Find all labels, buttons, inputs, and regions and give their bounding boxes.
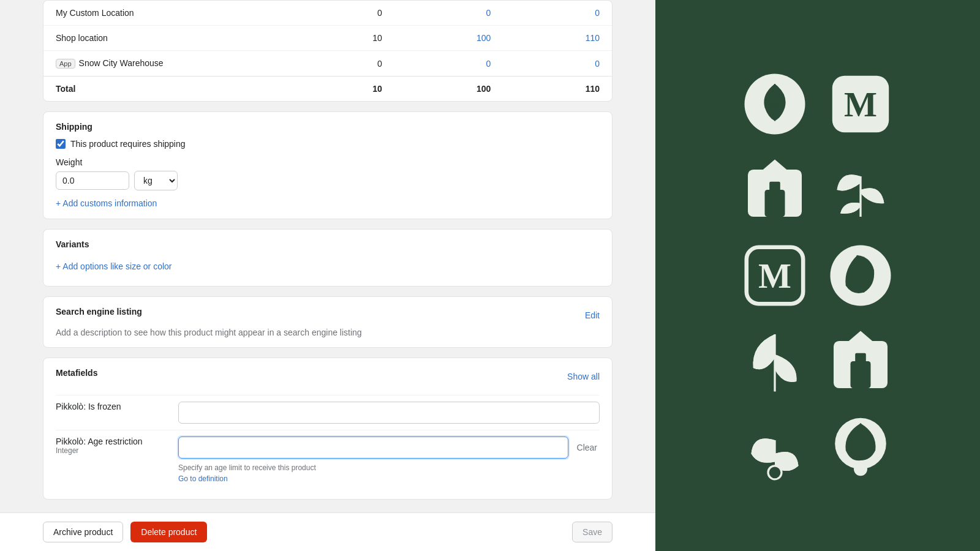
add-customs-link[interactable]: + Add customs information [56,198,157,208]
variants-title: Variants [56,239,600,249]
weight-row: kg lb oz g [56,171,600,190]
icon-house-bag-2 [824,324,897,398]
go-to-definition-link[interactable]: Go to definition [178,474,600,483]
metafields-card: Metafields Show all Pikkolò: Is frozen P… [43,358,612,500]
svg-point-24 [768,466,782,479]
total-committed: 100 [382,84,491,94]
metafield-frozen-label: Pikkolò: Is frozen [56,402,166,411]
col-available[interactable]: 0 [491,59,600,69]
col-committed[interactable]: 0 [382,8,491,18]
col-on-hand: 0 [273,59,382,69]
save-button[interactable]: Save [572,522,612,542]
icon-leaves-tall [738,324,812,398]
svg-rect-21 [855,353,866,362]
location-name: My Custom Location [56,8,273,18]
seo-header: Search engine listing Edit [56,307,600,324]
metafield-row-age: Pikkolò: Age restriction Integer Clear S… [56,430,600,489]
svg-text:M: M [758,257,791,295]
svg-point-27 [854,462,867,476]
metafield-age-label: Pikkolò: Age restriction [56,437,166,446]
metafields-title: Metafields [56,368,97,378]
metafield-age-type: Integer [56,446,166,455]
shipping-checkbox[interactable] [56,139,66,149]
weight-unit-select[interactable]: kg lb oz g [134,171,178,190]
app-badge: App [56,59,75,69]
metafield-age-description: Specify an age limit to receive this pro… [178,463,600,472]
location-name: Shop location [56,33,273,43]
col-available[interactable]: 110 [491,33,600,43]
main-content: My Custom Location 0 0 0 Shop location 1… [0,0,655,551]
metafield-frozen-input[interactable] [178,402,600,424]
metafield-frozen-input-col [178,402,600,424]
shipping-checkbox-row: This product requires shipping [56,139,600,149]
inventory-row: My Custom Location 0 0 0 [43,1,612,26]
archive-product-button[interactable]: Archive product [43,522,123,542]
metafields-header: Metafields Show all [56,368,600,385]
icon-letter-m-rounded: M [824,67,897,141]
delete-product-button[interactable]: Delete product [130,522,207,542]
total-on-hand: 10 [273,84,382,94]
weight-input[interactable] [56,171,129,190]
inventory-table: My Custom Location 0 0 0 Shop location 1… [43,0,612,102]
metafield-age-label-col: Pikkolò: Age restriction Integer [56,437,166,455]
add-variant-option-link[interactable]: + Add options like size or color [56,257,172,276]
shipping-card: Shipping This product requires shipping … [43,111,612,219]
icon-leaves-circle-bottom [738,410,812,484]
inventory-row: AppSnow City Warehouse 0 0 0 [43,51,612,76]
col-on-hand: 10 [273,33,382,43]
metafields-show-all-link[interactable]: Show all [567,372,600,381]
icon-house-bag [738,153,812,227]
col-committed[interactable]: 100 [382,33,491,43]
inventory-total-row: Total 10 100 110 [43,76,612,101]
svg-rect-11 [769,182,780,193]
shipping-title: Shipping [56,122,600,132]
svg-rect-10 [765,190,785,217]
total-available: 110 [491,84,600,94]
inventory-row: Shop location 10 100 110 [43,26,612,51]
col-on-hand: 0 [273,8,382,18]
svg-text:M: M [844,85,877,124]
metafield-row-frozen: Pikkolò: Is frozen [56,395,600,430]
seo-description: Add a description to see how this produc… [56,328,600,337]
icon-plant-leaves [824,153,897,227]
metafield-age-desc-col: Specify an age limit to receive this pro… [178,461,600,483]
metafield-frozen-label-col: Pikkolò: Is frozen [56,402,166,411]
shipping-checkbox-label: This product requires shipping [70,139,186,149]
bottom-bar: Archive product Delete product Save [0,512,655,551]
seo-title: Search engine listing [56,307,142,317]
metafield-age-input[interactable] [178,437,568,459]
right-panel: M [655,0,980,551]
seo-card: Search engine listing Edit Add a descrip… [43,296,612,348]
total-label: Total [56,84,273,94]
svg-rect-20 [851,361,871,388]
seo-edit-link[interactable]: Edit [585,310,600,320]
weight-label: Weight [56,157,600,167]
icon-round-leaf [824,410,897,484]
icon-leaf-circle-2 [824,239,897,312]
icon-m-bordered: M [738,239,812,312]
col-available[interactable]: 0 [491,8,600,18]
location-name: AppSnow City Warehouse [56,58,273,69]
icon-leaf-circle [738,67,812,141]
variants-card: Variants + Add options like size or colo… [43,229,612,287]
icons-grid: M [720,49,916,502]
metafield-age-clear-button[interactable]: Clear [575,439,600,456]
col-committed[interactable]: 0 [382,59,491,69]
